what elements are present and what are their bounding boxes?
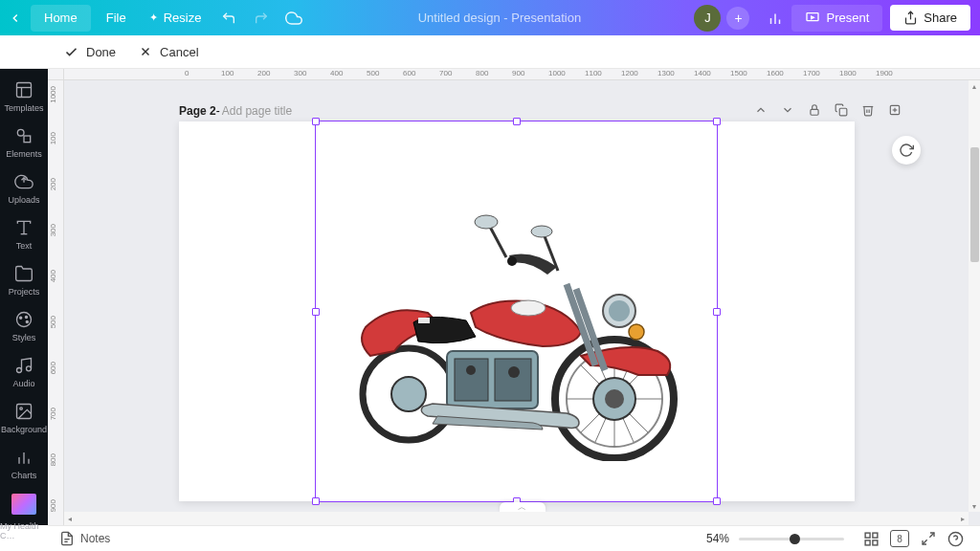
notes-icon xyxy=(59,531,75,546)
refresh-icon xyxy=(899,143,914,158)
page-title-input[interactable]: Add page title xyxy=(222,104,292,118)
svg-point-16 xyxy=(20,317,22,319)
rail-project1[interactable]: Project 1 xyxy=(0,546,48,551)
rail-myhealth[interactable]: My Health C… xyxy=(0,486,48,546)
file-menu[interactable]: File xyxy=(95,0,138,35)
svg-rect-44 xyxy=(418,318,430,323)
done-button[interactable]: Done xyxy=(53,45,127,59)
cloud-status-icon[interactable] xyxy=(278,10,310,27)
svg-point-43 xyxy=(511,300,546,316)
page-lock-icon[interactable] xyxy=(808,103,821,120)
scrollbar-horizontal[interactable]: ◂ ▸ xyxy=(64,512,969,525)
page-add-icon[interactable] xyxy=(888,103,902,120)
undo-button[interactable] xyxy=(212,11,245,26)
notes-label: Notes xyxy=(80,532,110,545)
svg-rect-64 xyxy=(865,540,870,544)
resize-button[interactable]: ✦Resize xyxy=(138,0,213,35)
svg-line-55 xyxy=(490,227,506,257)
regenerate-button[interactable] xyxy=(892,136,921,165)
page-move-down-icon[interactable] xyxy=(781,103,794,120)
cancel-button[interactable]: Cancel xyxy=(127,45,210,59)
svg-point-20 xyxy=(27,366,32,371)
rail-audio[interactable]: Audio xyxy=(0,348,48,394)
help-button[interactable] xyxy=(942,531,969,547)
add-member-button[interactable]: + xyxy=(726,7,749,30)
cancel-label: Cancel xyxy=(160,45,198,59)
scroll-thumb[interactable] xyxy=(970,147,979,262)
svg-point-54 xyxy=(629,324,644,340)
page-indicator[interactable]: 8 xyxy=(890,530,909,547)
svg-point-22 xyxy=(20,408,22,410)
svg-rect-8 xyxy=(17,83,32,98)
scroll-up-icon[interactable]: ▴ xyxy=(969,80,980,92)
page-tray-toggle[interactable]: ︿ xyxy=(500,502,546,512)
svg-point-19 xyxy=(17,368,22,373)
svg-rect-12 xyxy=(24,136,31,143)
svg-point-56 xyxy=(475,215,498,229)
page-header: Page 2 - Add page title xyxy=(179,101,902,121)
share-button[interactable]: Share xyxy=(890,5,970,31)
rail-elements[interactable]: Elements xyxy=(0,119,48,165)
zoom-slider-knob[interactable] xyxy=(790,534,800,544)
svg-point-49 xyxy=(508,366,520,378)
svg-rect-62 xyxy=(865,533,870,538)
svg-rect-63 xyxy=(872,533,877,538)
scroll-left-icon[interactable]: ◂ xyxy=(64,512,76,525)
svg-point-42 xyxy=(391,377,426,411)
rail-background[interactable]: Background xyxy=(0,394,48,440)
share-icon xyxy=(903,11,918,25)
rail-templates[interactable]: Templates xyxy=(0,73,48,119)
scrollbar-vertical[interactable]: ▴ ▾ xyxy=(969,80,980,512)
ruler-horizontal: 0100200300400500600700800900100011001200… xyxy=(64,69,980,80)
bottom-bar: Notes 54% 8 xyxy=(48,525,980,551)
document-title[interactable]: Untitled design - Presentation xyxy=(310,11,688,25)
svg-rect-26 xyxy=(811,109,818,115)
slide-page[interactable] xyxy=(179,121,855,501)
svg-line-67 xyxy=(923,540,927,544)
rail-uploads[interactable]: Uploads xyxy=(0,165,48,210)
resize-label: Resize xyxy=(164,11,202,25)
canvas-area: 0100200300400500600700800900100011001200… xyxy=(64,69,980,525)
fullscreen-button[interactable] xyxy=(915,531,942,546)
zoom-level[interactable]: 54% xyxy=(706,532,729,545)
svg-point-40 xyxy=(605,389,624,408)
page-actions xyxy=(754,103,902,120)
present-label: Present xyxy=(826,11,869,25)
scroll-down-icon[interactable]: ▾ xyxy=(969,500,980,512)
resize-icon: ✦ xyxy=(149,11,158,24)
rail-styles[interactable]: Styles xyxy=(0,302,48,348)
svg-rect-65 xyxy=(872,540,877,544)
rail-projects[interactable]: Projects xyxy=(0,256,48,302)
present-button[interactable]: Present xyxy=(791,5,882,32)
svg-point-18 xyxy=(26,320,28,322)
motorcycle-image[interactable] xyxy=(342,208,698,461)
notes-button[interactable]: Notes xyxy=(59,531,110,546)
ruler-vertical: 1000100200300400500600700800900 xyxy=(48,69,64,525)
svg-point-11 xyxy=(17,129,24,136)
rail-charts[interactable]: Charts xyxy=(0,440,48,486)
canvas-viewport[interactable]: Page 2 - Add page title xyxy=(64,80,969,512)
redo-button[interactable] xyxy=(245,11,278,26)
top-toolbar: Home File ✦Resize Untitled design - Pres… xyxy=(0,0,980,35)
page-move-up-icon[interactable] xyxy=(754,103,768,120)
insights-button[interactable] xyxy=(759,10,791,27)
svg-rect-27 xyxy=(839,108,847,116)
svg-point-17 xyxy=(25,316,27,318)
folder-thumb-icon xyxy=(11,494,36,515)
user-avatar[interactable]: J xyxy=(694,5,721,32)
page-delete-icon[interactable] xyxy=(861,103,875,120)
page-number-label: Page 2 xyxy=(179,104,216,118)
zoom-slider[interactable] xyxy=(739,538,844,540)
svg-point-59 xyxy=(507,256,517,266)
page-duplicate-icon[interactable] xyxy=(835,103,848,120)
grid-view-button[interactable] xyxy=(858,531,884,547)
side-rail: Templates Elements Uploads Text Projects… xyxy=(0,69,48,525)
rail-text[interactable]: Text xyxy=(0,210,48,256)
done-label: Done xyxy=(86,45,116,59)
back-button[interactable] xyxy=(0,0,31,35)
svg-rect-46 xyxy=(455,359,488,401)
svg-rect-47 xyxy=(495,359,531,401)
home-button[interactable]: Home xyxy=(31,5,91,32)
svg-line-66 xyxy=(929,533,934,538)
scroll-right-icon[interactable]: ▸ xyxy=(957,512,969,525)
